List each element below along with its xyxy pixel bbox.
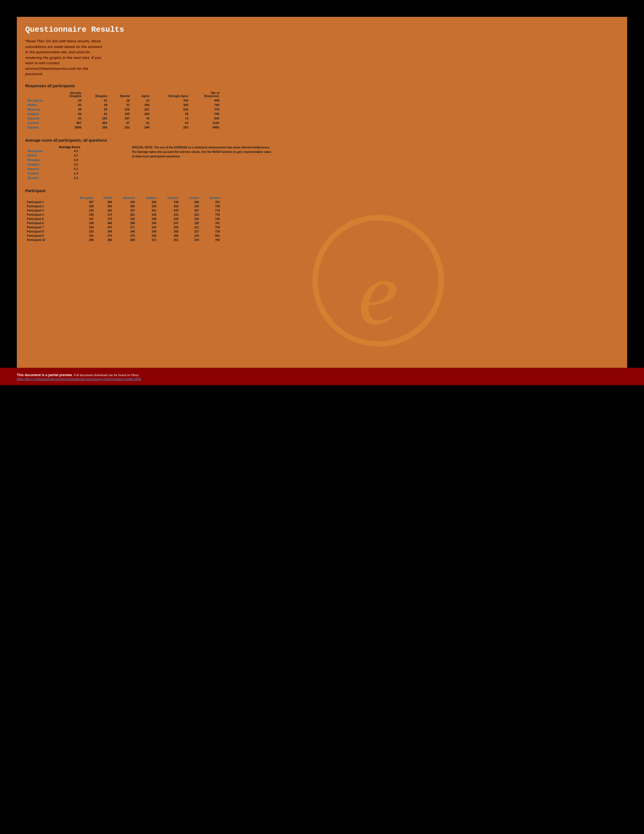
avg-col-score: Average Score: [59, 145, 81, 149]
avg-row: Recognize 4.2: [25, 149, 81, 153]
avg-row: Improve 3.1: [25, 166, 81, 171]
participant-cell-improve: 261: [158, 238, 180, 242]
participant-cell-sustain: 746: [201, 217, 221, 221]
responses-cell-label: Define: [25, 103, 57, 107]
participant-cell-measure: 281: [114, 213, 137, 217]
participant-cell-measure: 288: [114, 238, 137, 242]
avg-cell-label: Improve: [25, 166, 59, 171]
responses-cell-sa: 74: [152, 116, 190, 121]
participant-row: Participant 1 387 380 249 256 246 286 76…: [25, 200, 221, 204]
avg-right: SPECIAL NOTE: The use of the AVERAGE as …: [132, 145, 272, 180]
responses-cell-total: 770: [190, 107, 221, 112]
participant-cell-define: 374: [95, 234, 114, 238]
participant-col-name: [25, 196, 68, 200]
footer-link[interactable]: https://flevy.com/browse/document/organi…: [17, 377, 627, 381]
responses-cell-sd: 55: [57, 103, 84, 107]
participant-cell-sustain: 739: [201, 213, 221, 217]
participant-cell-analyze: 246: [137, 221, 158, 225]
responses-cell-sd: 3068: [57, 125, 84, 129]
avg-row: Control 1.9: [25, 171, 81, 176]
participant-col-analyze: Analyze: [137, 196, 158, 200]
participant-cell-measure: 298: [114, 221, 137, 225]
participant-cell-define: 399: [95, 230, 114, 234]
responses-cell-label: Improve: [25, 116, 57, 121]
participant-cell-name: Participant 8: [25, 230, 68, 234]
responses-cell-a: 43: [132, 116, 152, 121]
responses-cell-total: 748: [190, 112, 221, 116]
participant-cell-recognize: 208: [68, 204, 95, 208]
responses-row: Sustain 3068 289 252 249 242 4900: [25, 125, 221, 129]
participant-cell-measure: 279: [114, 234, 137, 238]
participant-table: Recognize Define Measure Analyze Improve…: [25, 196, 221, 242]
responses-cell-total: 748: [190, 103, 221, 107]
participant-cell-sustain: 691: [201, 234, 221, 238]
participant-cell-improve: 205: [158, 225, 180, 230]
participant-cell-measure: 271: [114, 225, 137, 230]
participant-cell-control: 228: [180, 221, 200, 225]
avg-cell-label: Define: [25, 153, 59, 158]
participant-cell-measure: 310: [114, 217, 137, 221]
responses-cell-d: 289: [84, 125, 110, 129]
participant-cell-recognize: 198: [68, 221, 95, 225]
participant-cell-sustain: 708: [201, 204, 221, 208]
participant-cell-define: 488: [95, 221, 114, 225]
avg-cell-label: Control: [25, 171, 59, 176]
responses-cell-a: 21: [132, 98, 152, 103]
participant-cell-recognize: 199: [68, 213, 95, 217]
responses-col-sd: StronglyDisagree: [57, 91, 84, 98]
participant-cell-define: 380: [95, 200, 114, 204]
participant-cell-analyze: 250: [137, 204, 158, 208]
participant-section: Participant Recognize Define Measure Ana…: [25, 189, 619, 242]
responses-cell-a: 249: [132, 125, 152, 129]
responses-cell-label: Recognize: [25, 98, 57, 103]
responses-cell-sd: 34: [57, 98, 84, 103]
special-note-2: The Average takes into account the extre…: [132, 150, 271, 158]
participant-cell-improve: 229: [158, 217, 180, 221]
responses-cell-a: 251: [132, 107, 152, 112]
footer: This document is a partial preview. Full…: [0, 368, 644, 385]
participant-row: Participant 10 286 386 288 257 261 219 7…: [25, 238, 221, 242]
avg-cell-score: 3.1: [59, 166, 81, 171]
participant-cell-sustain: 759: [201, 225, 221, 230]
participant-cell-name: Participant 5: [25, 217, 68, 221]
avg-col-label: [25, 145, 59, 149]
participant-row: Participant 2 208 394 300 250 364 239 70…: [25, 204, 221, 208]
participant-cell-measure: 197: [114, 208, 137, 213]
participant-cell-control: 219: [180, 238, 200, 242]
avg-table: Average Score Recognize 4.2 Define 4.1 M…: [25, 145, 81, 180]
participant-cell-improve: 364: [158, 204, 180, 208]
participant-col-measure: Measure: [114, 196, 137, 200]
responses-cell-sa: 226: [152, 107, 190, 112]
responses-cell-sa: 334: [152, 98, 190, 103]
svg-text:e: e: [358, 242, 398, 344]
avg-cell-label: Sustain: [25, 176, 59, 180]
avg-row: Define 4.1: [25, 153, 81, 158]
responses-cell-sa: 242: [152, 125, 190, 129]
responses-cell-sd: 487: [57, 121, 84, 125]
participant-cell-define: 392: [95, 208, 114, 213]
responses-cell-d: 49: [84, 103, 110, 107]
avg-cell-label: Analyze: [25, 162, 59, 166]
participant-cell-sustain: 719: [201, 208, 221, 213]
participant-section-title: Participant: [25, 189, 619, 193]
participant-cell-improve: 360: [158, 234, 180, 238]
participant-row: Participant 5 187 375 310 238 229 224 74…: [25, 217, 221, 221]
participant-cell-control: 224: [180, 213, 200, 217]
participant-cell-name: Participant 9: [25, 234, 68, 238]
participant-cell-define: 375: [95, 217, 114, 221]
participant-cell-analyze: 249: [137, 230, 158, 234]
participant-cell-control: 234: [180, 234, 200, 238]
participant-cell-recognize: 194: [68, 225, 95, 230]
responses-col-sa: Strongly Agree: [152, 91, 190, 98]
participant-col-control: Control: [180, 196, 200, 200]
participant-cell-name: Participant 4: [25, 213, 68, 217]
responses-row: Improve 43 293 387 43 74 940: [25, 116, 221, 121]
participant-cell-define: 386: [95, 238, 114, 242]
participant-cell-analyze: 249: [137, 213, 158, 217]
participant-cell-analyze: 256: [137, 200, 158, 204]
footer-bold: This document is a partial preview.: [17, 373, 73, 377]
responses-cell-n: 252: [110, 125, 132, 129]
avg-left: Average Score Recognize 4.2 Define 4.1 M…: [25, 145, 121, 180]
participant-cell-control: 239: [180, 204, 200, 208]
participant-cell-define: 394: [95, 204, 114, 208]
